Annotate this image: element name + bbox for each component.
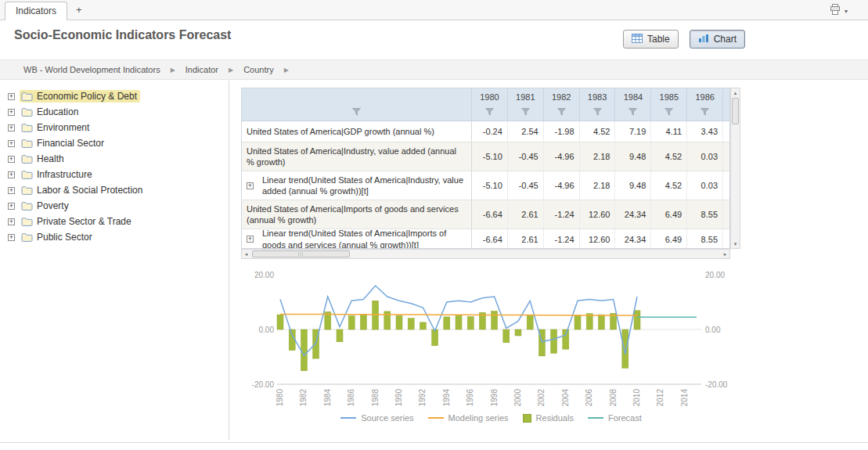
- value-cell[interactable]: -4.96: [544, 142, 580, 171]
- value-cell[interactable]: 4.52: [651, 171, 687, 200]
- value-cell[interactable]: 24.34: [615, 200, 651, 229]
- residual-bar[interactable]: [360, 315, 366, 329]
- value-cell[interactable]: 2.18: [580, 171, 616, 200]
- grid-header-year-column[interactable]: 1985: [651, 88, 687, 121]
- value-cell[interactable]: 12.60: [580, 229, 616, 249]
- residual-bar[interactable]: [515, 329, 521, 336]
- filter-funnel-icon[interactable]: [593, 108, 602, 117]
- sidebar-item[interactable]: +Public Sector: [0, 229, 229, 245]
- residual-bar[interactable]: [563, 329, 569, 349]
- value-cell[interactable]: 2.61: [508, 229, 544, 249]
- value-cell[interactable]: -5.10: [472, 171, 508, 200]
- grid-header-year-column[interactable]: 1980: [472, 88, 508, 121]
- scroll-left-arrow[interactable]: ◂: [242, 250, 250, 258]
- table-row[interactable]: United States of America|GDP growth (ann…: [242, 121, 729, 142]
- value-cell[interactable]: -6.64: [472, 200, 508, 229]
- residual-bar[interactable]: [467, 317, 474, 330]
- residual-bar[interactable]: [348, 316, 355, 330]
- value-cell[interactable]: 4.52: [580, 121, 616, 142]
- residual-bar[interactable]: [527, 315, 533, 330]
- value-cell[interactable]: 0.03: [687, 171, 723, 200]
- breadcrumb-item[interactable]: WB - World Development Indicators: [23, 65, 160, 74]
- grid-header-year-column[interactable]: 1981: [508, 88, 544, 121]
- value-cell[interactable]: 2.18: [580, 142, 616, 171]
- residual-bar[interactable]: [634, 311, 640, 329]
- value-cell[interactable]: 0.03: [687, 142, 723, 171]
- residual-bar[interactable]: [492, 311, 498, 330]
- sidebar-item[interactable]: +Financial Sector: [0, 135, 229, 151]
- value-cell[interactable]: -5.10: [472, 142, 508, 171]
- residual-bar[interactable]: [444, 317, 450, 329]
- chart-view-button[interactable]: Chart: [690, 30, 745, 49]
- table-view-button[interactable]: Table: [623, 30, 679, 49]
- value-cell[interactable]: -6.64: [472, 229, 508, 249]
- expand-icon[interactable]: +: [8, 203, 15, 210]
- value-cell[interactable]: 12.60: [580, 200, 616, 229]
- value-cell[interactable]: -1.24: [544, 229, 580, 249]
- value-cell[interactable]: 24.34: [615, 229, 651, 249]
- residual-bar[interactable]: [598, 315, 604, 329]
- sidebar-item[interactable]: +Poverty: [0, 198, 229, 214]
- residual-bar[interactable]: [373, 301, 379, 329]
- filter-funnel-icon[interactable]: [485, 108, 494, 117]
- sidebar-item[interactable]: +Education: [0, 104, 229, 120]
- residual-bar[interactable]: [503, 329, 510, 343]
- residual-bar[interactable]: [420, 322, 426, 329]
- tab-indicators[interactable]: Indicators: [5, 2, 67, 20]
- expand-icon[interactable]: +: [8, 234, 15, 241]
- value-cell[interactable]: -0.45: [508, 142, 544, 171]
- expand-icon[interactable]: +: [8, 109, 15, 116]
- table-row[interactable]: United States of America|Industry, value…: [242, 142, 729, 171]
- value-cell[interactable]: 4.11: [651, 121, 687, 142]
- residual-bar[interactable]: [586, 314, 592, 329]
- sidebar-item[interactable]: +Private Sector & Trade: [0, 214, 229, 229]
- new-tab-button[interactable]: +: [76, 4, 82, 16]
- filter-funnel-icon[interactable]: [352, 108, 361, 117]
- filter-funnel-icon[interactable]: [665, 108, 673, 117]
- value-cell[interactable]: 3.43: [687, 121, 723, 142]
- value-cell[interactable]: 8.55: [687, 200, 723, 229]
- sidebar-item[interactable]: +Labor & Social Protection: [0, 182, 229, 198]
- table-row[interactable]: United States of America|Imports of good…: [242, 200, 729, 229]
- value-cell[interactable]: 9.48: [615, 142, 651, 171]
- value-cell[interactable]: 7.19: [615, 121, 651, 142]
- residual-bar[interactable]: [337, 329, 343, 342]
- filter-funnel-icon[interactable]: [521, 108, 530, 117]
- sidebar-item[interactable]: +Health: [0, 151, 229, 167]
- residual-bar[interactable]: [551, 329, 557, 353]
- print-icon[interactable]: [829, 4, 841, 18]
- expand-icon[interactable]: +: [247, 182, 254, 189]
- residual-bar[interactable]: [277, 315, 283, 329]
- grid-header-year-column[interactable]: 1984: [615, 88, 651, 121]
- value-cell[interactable]: -4.96: [544, 171, 580, 200]
- residual-bar[interactable]: [408, 319, 414, 329]
- horizontal-scroll-thumb[interactable]: |||: [252, 250, 350, 257]
- residual-bar[interactable]: [574, 315, 581, 330]
- value-cell[interactable]: 2.61: [508, 200, 544, 229]
- value-cell[interactable]: 8.55: [687, 229, 723, 249]
- value-cell[interactable]: 6.49: [651, 200, 687, 229]
- breadcrumb-item[interactable]: Country: [243, 65, 274, 74]
- expand-icon[interactable]: +: [8, 156, 15, 163]
- expand-icon[interactable]: +: [247, 236, 254, 243]
- value-cell[interactable]: -0.45: [508, 171, 544, 200]
- table-row[interactable]: +Linear trend(United States of America|I…: [242, 229, 729, 249]
- sidebar-item[interactable]: +Environment: [0, 120, 229, 135]
- horizontal-scrollbar[interactable]: ◂ ||| ▸: [241, 249, 730, 259]
- expand-icon[interactable]: +: [8, 171, 15, 178]
- residual-bar[interactable]: [301, 329, 307, 371]
- scroll-right-arrow[interactable]: ▸: [721, 250, 729, 258]
- expand-icon[interactable]: +: [8, 218, 15, 225]
- residual-bar[interactable]: [622, 329, 628, 368]
- scroll-up-arrow[interactable]: ▴: [731, 88, 740, 97]
- table-row[interactable]: +Linear trend(United States of America|I…: [242, 171, 729, 200]
- value-cell[interactable]: -0.24: [472, 121, 508, 142]
- residual-bar[interactable]: [456, 315, 462, 329]
- grid-header-year-column[interactable]: 1983: [580, 88, 616, 121]
- grid-header-year-column[interactable]: 1986: [687, 88, 723, 121]
- sidebar-item[interactable]: +Infrastructure: [0, 167, 229, 182]
- breadcrumb-item[interactable]: Indicator: [185, 65, 218, 74]
- grid-header-year-column[interactable]: 1982: [544, 88, 580, 121]
- expand-icon[interactable]: +: [8, 187, 15, 194]
- value-cell[interactable]: 4.52: [651, 142, 687, 171]
